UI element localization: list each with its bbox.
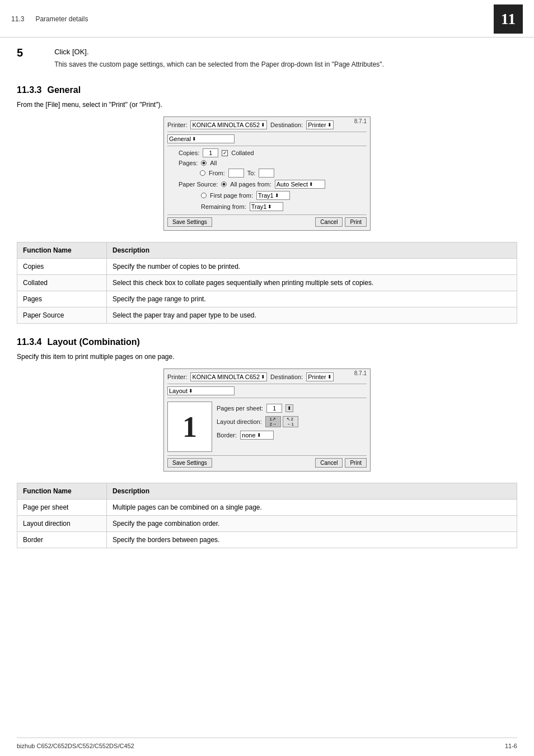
step-instruction: Click [OK]. <box>54 48 384 56</box>
function-name-cell: Pages <box>17 291 107 307</box>
cancel-print-group: Cancel Print <box>315 217 367 227</box>
layout-destination-select[interactable]: Printer ⬍ <box>306 372 333 381</box>
dialog-sep-2 <box>167 146 367 146</box>
layout-panel-row: Layout ⬍ <box>167 386 367 395</box>
general-dialog-buttons: Save Settings Cancel Print <box>167 214 367 227</box>
dialog-top-label: 8.7.1 <box>354 118 367 124</box>
pages-from-row: From: To: <box>200 169 367 178</box>
pages-per-sheet-input[interactable]: 1 <box>266 404 282 413</box>
paper-source-section: Paper Source: All pages from: Auto Selec… <box>167 180 367 211</box>
save-settings-button[interactable]: Save Settings <box>167 217 212 227</box>
pages-per-sheet-arrow[interactable]: ⬍ <box>285 404 293 412</box>
first-page-arrow: ⬍ <box>275 193 279 198</box>
general-info-table: Function Name Description CopiesSpecify … <box>17 242 517 324</box>
all-pages-radio[interactable] <box>221 181 227 187</box>
function-name-cell: Paper Source <box>17 307 107 324</box>
print-button[interactable]: Print <box>345 217 367 227</box>
section-layout-heading: 11.3.4 Layout (Combination) <box>17 337 517 347</box>
first-page-label: First page from: <box>210 192 253 199</box>
layout-panel-arrow: ⬍ <box>189 388 193 394</box>
dialog-sep-1 <box>167 132 367 132</box>
function-name-cell: Border <box>17 532 107 548</box>
layout-top-label: 8.7.1 <box>354 370 367 376</box>
layout-options: Pages per sheet: 1 ⬍ Layout direction: 1… <box>217 402 367 452</box>
layout-direction-label: Layout direction: <box>217 418 262 425</box>
from-label: From: <box>209 170 225 176</box>
footer-left: bizhub C652/C652DS/C552/C552DS/C452 <box>17 743 134 749</box>
destination-arrow: ⬍ <box>327 122 332 128</box>
to-input[interactable] <box>259 169 274 178</box>
col-function-header: Function Name <box>17 242 107 259</box>
all-pages-label: All pages from: <box>230 181 271 188</box>
from-input[interactable] <box>228 169 244 178</box>
layout-cancel-print-group: Cancel Print <box>315 458 367 468</box>
col-description-header: Description <box>107 242 517 259</box>
destination-select[interactable]: Printer ⬍ <box>306 120 333 129</box>
pages-label: Pages: <box>179 160 198 166</box>
layout-dialog-container: 8.7.1 Printer: KONICA MINOLTA C652 ⬍ Des… <box>17 368 517 472</box>
border-label: Border: <box>217 432 237 438</box>
printer-select[interactable]: KONICA MINOLTA C652 ⬍ <box>190 120 267 129</box>
collated-checkbox[interactable] <box>222 150 228 156</box>
first-page-row: First page from: Tray1 ⬍ <box>201 191 367 200</box>
panel-arrow: ⬍ <box>192 136 196 142</box>
to-label: To: <box>247 170 256 176</box>
layout-panel-select[interactable]: Layout ⬍ <box>167 386 235 395</box>
layout-print-button[interactable]: Print <box>345 458 367 468</box>
copies-row: Copies: 1 Collated <box>179 148 367 157</box>
function-name-cell: Layout direction <box>17 516 107 532</box>
dir-btn-2[interactable]: ↖2←1 <box>283 416 298 427</box>
border-row: Border: none ⬍ <box>217 431 367 440</box>
table-row: Page per sheetMultiple pages can be comb… <box>17 500 517 516</box>
panel-row: General ⬍ <box>167 134 367 143</box>
main-content: 5 Click [OK]. This saves the custom page… <box>0 38 534 578</box>
description-cell: Specify the number of copies to be print… <box>107 259 517 275</box>
description-cell: Specify the page range to print. <box>107 291 517 307</box>
section-layout-num: 11.3.4 <box>17 337 41 347</box>
section-general-title: General <box>47 85 81 95</box>
remaining-arrow: ⬍ <box>268 204 272 209</box>
description-cell: Select this check box to collate pages s… <box>107 275 517 291</box>
step-body-text: This saves the custom page settings, whi… <box>54 59 384 69</box>
first-page-select[interactable]: Tray1 ⬍ <box>256 191 290 200</box>
layout-col-description-header: Description <box>107 483 517 500</box>
all-pages-select[interactable]: Auto Select ⬍ <box>275 180 325 189</box>
function-name-cell: Page per sheet <box>17 500 107 516</box>
page-header: 11.3 Parameter details 11 <box>0 0 534 38</box>
border-arrow: ⬍ <box>257 432 261 438</box>
panel-select[interactable]: General ⬍ <box>167 134 235 143</box>
pages-from-radio[interactable] <box>200 170 205 176</box>
section-label: Parameter details <box>35 15 88 23</box>
layout-print-dialog: 8.7.1 Printer: KONICA MINOLTA C652 ⬍ Des… <box>163 368 371 472</box>
remaining-select[interactable]: Tray1 ⬍ <box>250 202 283 211</box>
page-footer: bizhub C652/C652DS/C552/C552DS/C452 11-6 <box>17 738 517 749</box>
step-number: 5 <box>17 46 23 59</box>
layout-direction-row: Layout direction: 1↗2→ ↖2←1 <box>217 416 367 427</box>
pages-per-sheet-row: Pages per sheet: 1 ⬍ <box>217 404 367 413</box>
cancel-button[interactable]: Cancel <box>315 217 343 227</box>
description-cell: Select the paper tray and paper type to … <box>107 307 517 324</box>
first-page-radio[interactable] <box>201 193 207 198</box>
layout-printer-label: Printer: <box>167 374 187 380</box>
layout-cancel-button[interactable]: Cancel <box>315 458 343 468</box>
copies-label: Copies: <box>179 150 199 156</box>
function-name-cell: Collated <box>17 275 107 291</box>
border-select[interactable]: none ⬍ <box>240 431 274 440</box>
section-layout-desc: Specify this item to print multiple page… <box>17 353 517 361</box>
copies-input[interactable]: 1 <box>203 148 218 157</box>
function-name-cell: Copies <box>17 259 107 275</box>
paper-source-label: Paper Source: <box>179 181 218 188</box>
pages-row: Pages: All <box>179 160 367 166</box>
table-row: Paper SourceSelect the paper tray and pa… <box>17 307 517 324</box>
layout-save-settings-button[interactable]: Save Settings <box>167 458 212 468</box>
layout-direction-buttons: 1↗2→ ↖2←1 <box>265 416 298 427</box>
dir-btn-1[interactable]: 1↗2→ <box>265 416 281 427</box>
pages-all-radio[interactable] <box>201 160 207 166</box>
section-layout-title: Layout (Combination) <box>47 337 139 347</box>
section-general-heading: 11.3.3 General <box>17 85 517 95</box>
layout-col-function-header: Function Name <box>17 483 107 500</box>
step-5-section: 5 Click [OK]. This saves the custom page… <box>17 48 517 69</box>
layout-body: 1 Pages per sheet: 1 ⬍ Layout direction: <box>167 402 367 452</box>
layout-printer-select[interactable]: KONICA MINOLTA C652 ⬍ <box>190 372 267 381</box>
pages-section: Pages: All From: To: <box>179 160 367 178</box>
